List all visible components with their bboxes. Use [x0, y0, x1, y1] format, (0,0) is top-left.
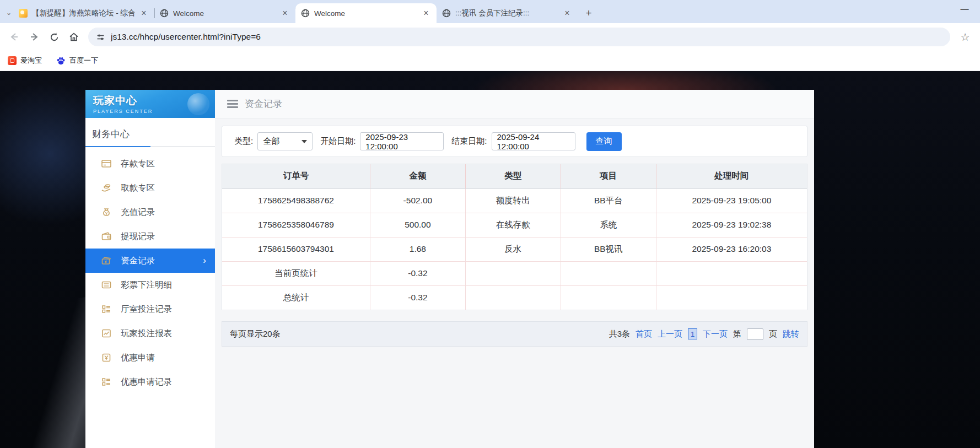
- home-button[interactable]: [65, 28, 83, 46]
- sidebar-item-withdraw-zone[interactable]: 取款专区: [85, 176, 215, 200]
- filter-bar: 类型: 全部 开始日期: 2025-09-23 12:00:00 结束日期: 2…: [222, 126, 807, 157]
- cell-amount: 1.68: [370, 237, 465, 261]
- sidebar-item-funds-records[interactable]: 资金记录 ›: [85, 249, 215, 273]
- tab-search-chevron-icon[interactable]: ⌄: [4, 4, 13, 21]
- page-jump-input[interactable]: [747, 328, 763, 340]
- sidebar-item-hall-bet-records[interactable]: 厅室投注记录: [85, 297, 215, 321]
- first-page-link[interactable]: 首页: [636, 329, 652, 339]
- cell-process-time: 2025-09-23 19:02:38: [656, 213, 807, 237]
- jump-button[interactable]: 跳转: [783, 329, 799, 339]
- table-header-row: 订单号 金额 类型 项目 处理时间: [222, 164, 807, 188]
- back-button[interactable]: [6, 28, 23, 46]
- sidebar-item-label: 玩家投注报表: [121, 328, 172, 339]
- prev-page-link[interactable]: 上一页: [658, 329, 682, 339]
- forum-favicon-icon: [19, 9, 28, 18]
- window-controls: —: [954, 0, 976, 23]
- browser-tab-welcome-active[interactable]: Welcome ×: [295, 3, 437, 23]
- sidebar-item-lottery-bet-details[interactable]: 彩票下注明细: [85, 273, 215, 297]
- col-process-time: 处理时间: [656, 164, 807, 188]
- bookmark-baidu[interactable]: 百度一下: [56, 56, 98, 66]
- chevron-right-icon: ›: [203, 255, 206, 266]
- current-page-indicator[interactable]: 1: [688, 328, 697, 339]
- sidebar-item-promo-apply-records[interactable]: 优惠申请记录: [85, 370, 215, 394]
- end-date-value: 2025-09-24 12:00:00: [497, 132, 570, 151]
- sidebar-subtitle: PLAYERS CENTER: [93, 109, 215, 114]
- cell-project: BB视讯: [561, 237, 656, 261]
- cell-process-time: 2025-09-23 16:20:03: [656, 237, 807, 261]
- tab-close-icon[interactable]: ×: [421, 8, 431, 18]
- tab-close-icon[interactable]: ×: [280, 8, 290, 18]
- sidebar-title: 玩家中心: [93, 94, 215, 108]
- cell-type: 在线存款: [465, 213, 561, 237]
- funds-table: 订单号 金额 类型 项目 处理时间 1758625498388762 -502.…: [222, 164, 807, 310]
- cell-order-id: 1758625498388762: [222, 188, 370, 213]
- withdraw-hand-icon: [101, 182, 112, 193]
- sidebar-menu: 存款专区 取款专区 充值记录: [85, 152, 215, 394]
- grid-list-icon: [101, 376, 112, 387]
- start-date-input[interactable]: 2025-09-23 12:00:00: [360, 132, 444, 150]
- jump-prefix-text: 第: [733, 329, 741, 339]
- sidebar-item-label: 取款专区: [121, 182, 155, 194]
- sidebar-item-label: 资金记录: [121, 255, 155, 267]
- browser-tab-forum[interactable]: 【新提醒】海燕策略论坛 - 综合 ×: [13, 3, 154, 23]
- sidebar-item-label: 充值记录: [121, 207, 155, 218]
- wallet-icon: [101, 231, 112, 242]
- table-row: 1758625358046789 500.00 在线存款 系统 2025-09-…: [222, 213, 807, 237]
- next-page-link[interactable]: 下一页: [703, 329, 728, 339]
- globe-favicon-icon: [301, 9, 310, 18]
- globe-favicon-icon: [442, 9, 451, 18]
- chevron-down-icon: [301, 140, 307, 143]
- table-row: 1758615603794301 1.68 反水 BB视讯 2025-09-23…: [222, 237, 807, 261]
- tab-close-icon[interactable]: ×: [562, 8, 572, 18]
- reload-button[interactable]: [45, 28, 63, 46]
- address-bar[interactable]: js13.cc/hhcp/usercenter.html?iniType=6: [88, 28, 950, 46]
- per-page-text: 每页显示20条: [230, 329, 281, 339]
- tab-close-icon[interactable]: ×: [139, 8, 149, 18]
- type-select[interactable]: 全部: [257, 132, 313, 150]
- search-button[interactable]: 查询: [586, 132, 622, 151]
- end-date-input[interactable]: 2025-09-24 12:00:00: [492, 132, 575, 150]
- sidebar-item-label: 提现记录: [121, 231, 155, 242]
- new-tab-button[interactable]: +: [581, 6, 596, 21]
- cell-amount: -502.00: [370, 188, 465, 213]
- col-type: 类型: [465, 164, 561, 188]
- bookmark-aitaobao[interactable]: 爱淘宝: [8, 56, 42, 66]
- table-row-page-total: 当前页统计 -0.32: [222, 261, 807, 285]
- browser-tab-video-records[interactable]: :::视讯 会员下注纪录::: ×: [437, 3, 578, 23]
- bookmark-star-icon[interactable]: ☆: [956, 28, 974, 46]
- browser-tab-welcome-1[interactable]: Welcome ×: [154, 3, 295, 23]
- cell-project: BB平台: [561, 188, 656, 213]
- end-date-label: 结束日期:: [451, 136, 487, 147]
- page-title: 资金记录: [245, 98, 282, 110]
- sidebar-item-label: 存款专区: [121, 158, 155, 170]
- main-content: 资金记录 类型: 全部 开始日期: 2025-09-23 12:00:00 结束…: [215, 90, 814, 448]
- cell-label: 总统计: [222, 285, 370, 310]
- sidebar-item-promo-apply[interactable]: 优惠申请: [85, 346, 215, 370]
- start-date-label: 开始日期:: [320, 136, 356, 147]
- cell-type: 反水: [465, 237, 561, 261]
- site-info-icon[interactable]: [96, 33, 105, 42]
- table-row: 1758625498388762 -502.00 额度转出 BB平台 2025-…: [222, 188, 807, 213]
- tab-title: Welcome: [173, 9, 276, 18]
- type-label: 类型:: [234, 136, 253, 147]
- sidebar-item-withdrawal-records[interactable]: 提现记录: [85, 224, 215, 249]
- sidebar-item-recharge-records[interactable]: 充值记录: [85, 200, 215, 224]
- page-background: 玩家中心 PLAYERS CENTER 财务中心 存款专区: [0, 71, 980, 448]
- cell-order-id: 1758615603794301: [222, 237, 370, 261]
- col-amount: 金额: [370, 164, 465, 188]
- page-header: 资金记录: [215, 90, 814, 118]
- coupon-icon: [101, 352, 112, 363]
- deposit-card-icon: [101, 158, 112, 169]
- funds-record-icon: [101, 255, 112, 266]
- pagination-controls: 共3条 首页 上一页 1 下一页 第 页 跳转: [609, 328, 799, 340]
- sidebar-item-deposit-zone[interactable]: 存款专区: [85, 152, 215, 176]
- tab-title: :::视讯 会员下注纪录:::: [455, 8, 558, 18]
- forward-button[interactable]: [25, 28, 43, 46]
- type-select-value: 全部: [263, 136, 279, 147]
- cell-project: 系统: [561, 213, 656, 237]
- window-minimize-button[interactable]: —: [954, 4, 976, 20]
- sidebar-item-player-bet-report[interactable]: 玩家投注报表: [85, 321, 215, 346]
- menu-toggle-icon[interactable]: [227, 100, 238, 108]
- browser-tab-strip: ⌄ 【新提醒】海燕策略论坛 - 综合 × Welcome × Welcome ×…: [0, 0, 980, 23]
- cell-type: 额度转出: [465, 188, 561, 213]
